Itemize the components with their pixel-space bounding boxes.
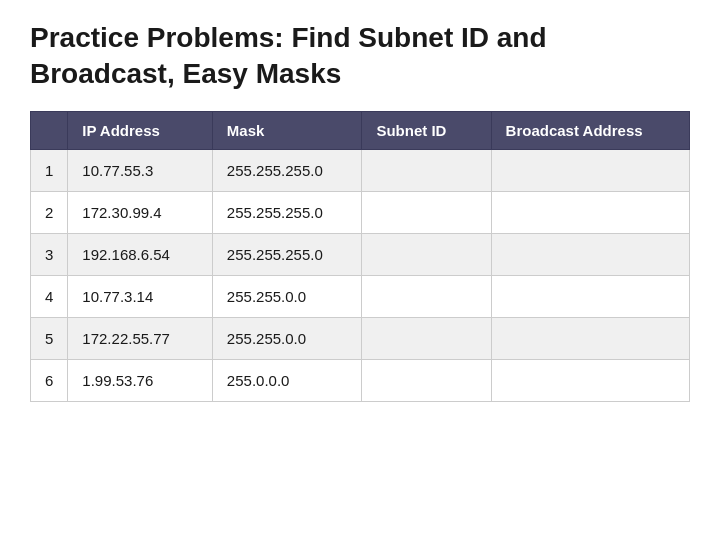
cell-ip: 1.99.53.76	[68, 359, 213, 401]
cell-broadcast	[491, 191, 689, 233]
cell-ip: 192.168.6.54	[68, 233, 213, 275]
cell-mask: 255.255.255.0	[212, 149, 362, 191]
cell-subnet	[362, 191, 491, 233]
cell-subnet	[362, 359, 491, 401]
table-header-row: IP Address Mask Subnet ID Broadcast Addr…	[31, 111, 690, 149]
cell-broadcast	[491, 233, 689, 275]
cell-mask: 255.255.255.0	[212, 233, 362, 275]
cell-row-num: 5	[31, 317, 68, 359]
table-row: 3192.168.6.54255.255.255.0	[31, 233, 690, 275]
table-row: 5172.22.55.77255.255.0.0	[31, 317, 690, 359]
cell-mask: 255.0.0.0	[212, 359, 362, 401]
cell-ip: 10.77.55.3	[68, 149, 213, 191]
cell-row-num: 4	[31, 275, 68, 317]
data-table: IP Address Mask Subnet ID Broadcast Addr…	[30, 111, 690, 402]
table-row: 61.99.53.76255.0.0.0	[31, 359, 690, 401]
cell-row-num: 1	[31, 149, 68, 191]
cell-subnet	[362, 233, 491, 275]
cell-subnet	[362, 275, 491, 317]
cell-mask: 255.255.0.0	[212, 317, 362, 359]
cell-mask: 255.255.255.0	[212, 191, 362, 233]
cell-subnet	[362, 317, 491, 359]
table-row: 110.77.55.3255.255.255.0	[31, 149, 690, 191]
cell-broadcast	[491, 359, 689, 401]
page-container: Practice Problems: Find Subnet ID and Br…	[0, 0, 720, 540]
header-mask: Mask	[212, 111, 362, 149]
cell-ip: 172.30.99.4	[68, 191, 213, 233]
cell-row-num: 6	[31, 359, 68, 401]
cell-ip: 172.22.55.77	[68, 317, 213, 359]
header-broadcast-address: Broadcast Address	[491, 111, 689, 149]
page-title: Practice Problems: Find Subnet ID and Br…	[30, 20, 690, 93]
cell-mask: 255.255.0.0	[212, 275, 362, 317]
cell-row-num: 3	[31, 233, 68, 275]
cell-ip: 10.77.3.14	[68, 275, 213, 317]
cell-row-num: 2	[31, 191, 68, 233]
cell-broadcast	[491, 149, 689, 191]
cell-broadcast	[491, 275, 689, 317]
header-row-num	[31, 111, 68, 149]
header-ip-address: IP Address	[68, 111, 213, 149]
header-subnet-id: Subnet ID	[362, 111, 491, 149]
table-row: 2172.30.99.4255.255.255.0	[31, 191, 690, 233]
cell-subnet	[362, 149, 491, 191]
table-row: 410.77.3.14255.255.0.0	[31, 275, 690, 317]
cell-broadcast	[491, 317, 689, 359]
